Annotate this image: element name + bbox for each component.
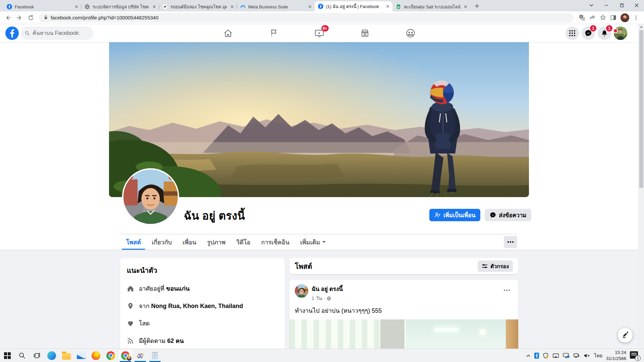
posts-filter-button[interactable]: ตัวกรอง — [478, 260, 513, 272]
tab-close-icon[interactable] — [385, 4, 390, 9]
browser-tab-facebook[interactable]: Facebook — [3, 2, 81, 11]
nav-marketplace-tab[interactable] — [346, 24, 384, 42]
tab-close-icon[interactable] — [307, 4, 313, 9]
forward-button[interactable] — [14, 12, 25, 23]
facebook-logo[interactable] — [5, 26, 19, 40]
tab-title: Meta Business Suite — [248, 4, 305, 9]
address-bar-actions — [576, 13, 641, 22]
tab-photos[interactable]: รูปภาพ — [202, 234, 231, 250]
translate-icon[interactable] — [579, 14, 585, 21]
language-indicator[interactable]: ไทย — [594, 352, 602, 359]
url-bar[interactable]: facebook.com/profile.php?id=100005448255… — [39, 13, 574, 22]
add-friend-label: เพิ่มเป็นเพื่อน — [443, 210, 475, 220]
nav-home-tab[interactable] — [209, 24, 247, 42]
filter-label: ตัวกรอง — [490, 262, 509, 270]
send-message-button[interactable]: ส่งข้อความ — [485, 209, 531, 221]
side-panel-icon[interactable] — [610, 14, 616, 21]
home-icon — [223, 28, 233, 38]
back-button[interactable] — [3, 12, 13, 23]
tab-close-icon[interactable] — [463, 4, 468, 9]
facebook-search[interactable] — [21, 26, 93, 40]
display-settings-icon[interactable] — [563, 353, 570, 358]
nav-watch-tab[interactable]: 9+ — [301, 24, 338, 42]
post-menu-button[interactable] — [501, 284, 513, 296]
post-author-avatar[interactable] — [295, 284, 308, 298]
task-view-button[interactable] — [30, 349, 44, 362]
minimize-button[interactable] — [599, 0, 614, 11]
browser-tab-facebook-profile-active[interactable]: (1) ฉัน อยู่ ตรงนี้ | Facebook — [315, 1, 392, 11]
post-photo-selfie[interactable] — [406, 319, 518, 349]
browser-tab-data-system[interactable]: ระบบจัดการข้อมูล บริษัท โชคคูณโชค อุดรธา… — [81, 2, 159, 11]
notification-center-button[interactable]: 1 — [630, 351, 640, 360]
tab-close-icon[interactable] — [152, 4, 157, 9]
profile-picture[interactable] — [122, 168, 179, 225]
nav-groups-tab[interactable] — [392, 24, 429, 42]
browser-tab-spreadsheet[interactable]: ทะเบียนคุม Sall ระบบออนไลน์.xlsx - G — [392, 2, 470, 11]
taskbar-search-button[interactable] — [15, 349, 30, 362]
volume-muted-icon[interactable] — [584, 353, 590, 358]
task-view-icon — [33, 352, 41, 359]
tab-close-icon[interactable] — [229, 4, 235, 9]
profile-more-button[interactable] — [504, 236, 517, 248]
close-window-button[interactable] — [629, 0, 644, 11]
network-icon[interactable] — [573, 353, 580, 358]
notification-count-badge: 1 — [635, 355, 641, 361]
tab-checkins[interactable]: การเช็คอิน — [256, 234, 295, 250]
groups-icon — [406, 28, 415, 38]
followers-icon — [127, 337, 134, 345]
reload-button[interactable] — [25, 12, 36, 23]
dots-icon — [507, 241, 514, 243]
tab-close-icon[interactable] — [74, 4, 79, 9]
new-tab-button[interactable] — [472, 1, 482, 11]
share-icon[interactable] — [589, 14, 596, 21]
notepad-taskbar-icon[interactable] — [148, 349, 162, 362]
tab-videos[interactable]: วิดีโอ — [231, 234, 256, 250]
connect-cast-icon[interactable] — [552, 353, 559, 358]
browser-menu-kebab-icon[interactable] — [633, 15, 639, 20]
security-shield-icon[interactable] — [543, 353, 549, 359]
add-friend-button[interactable]: เพิ่มเป็นเพื่อน — [429, 209, 480, 221]
edge-icon — [47, 351, 56, 360]
restore-button[interactable] — [614, 0, 629, 11]
post-photo-curtains[interactable] — [289, 319, 405, 349]
scrollbar-up-arrow[interactable] — [640, 26, 643, 28]
nav-pages-tab[interactable] — [255, 24, 292, 42]
messenger-button[interactable]: 1 — [582, 26, 595, 40]
post-text: ทำงานไป อย่าบ่น (หนาวๆๆๆ) 555 — [289, 302, 518, 319]
facebook-main-nav: 9+ — [209, 24, 429, 42]
chrome-taskbar-icon[interactable] — [103, 349, 118, 362]
flag-icon — [269, 28, 278, 38]
start-button[interactable] — [0, 349, 15, 362]
cover-photo[interactable] — [109, 42, 529, 197]
file-explorer-taskbar-icon[interactable] — [59, 349, 74, 362]
search-icon — [18, 352, 26, 359]
edge-taskbar-icon[interactable] — [44, 349, 59, 362]
scrollbar-thumb[interactable] — [639, 30, 643, 188]
edit-floating-button[interactable] — [618, 328, 633, 343]
browser-tab-used-cars[interactable]: รถยนต์มือสอง โชคคูณโชค อุดรธานี — [159, 2, 237, 11]
tab-about[interactable]: เกี่ยวกับ — [146, 234, 177, 250]
tab-friends[interactable]: เพื่อน — [177, 234, 202, 250]
tab-posts[interactable]: โพสต์ — [121, 234, 146, 250]
clock[interactable]: 15:24 31/1/2566 — [606, 350, 626, 361]
tab-search-button[interactable] — [584, 0, 599, 11]
notifications-button[interactable]: 1 — [598, 26, 611, 40]
bluetooth-icon[interactable] — [534, 353, 539, 359]
browser-tab-meta-business[interactable]: Meta Business Suite — [237, 2, 315, 11]
browser-profile-avatar[interactable] — [621, 13, 629, 22]
post-timestamp[interactable]: 1 วัน · — [312, 294, 325, 302]
firefox-taskbar-icon[interactable] — [89, 349, 103, 362]
system-tray: ไทย 15:24 31/1/2566 1 — [526, 349, 644, 362]
search-input[interactable] — [33, 30, 89, 36]
profile-action-buttons: เพิ่มเป็นเพื่อน ส่งข้อความ — [429, 209, 531, 221]
chrome-profile-taskbar-icon[interactable] — [118, 349, 133, 362]
heart-icon — [127, 320, 134, 327]
post-author-name[interactable]: ฉัน อยู่ ตรงนี้ — [312, 284, 343, 293]
tray-chevron-icon[interactable] — [526, 354, 531, 357]
browser-scrollbar[interactable] — [638, 24, 644, 349]
snipping-tool-taskbar-icon[interactable] — [133, 349, 148, 362]
bookmark-star-icon[interactable] — [600, 14, 606, 21]
mail-taskbar-icon[interactable] — [74, 349, 89, 362]
apps-menu-button[interactable] — [566, 26, 579, 40]
tab-more-dropdown[interactable]: เพิ่มเติม — [295, 234, 331, 250]
